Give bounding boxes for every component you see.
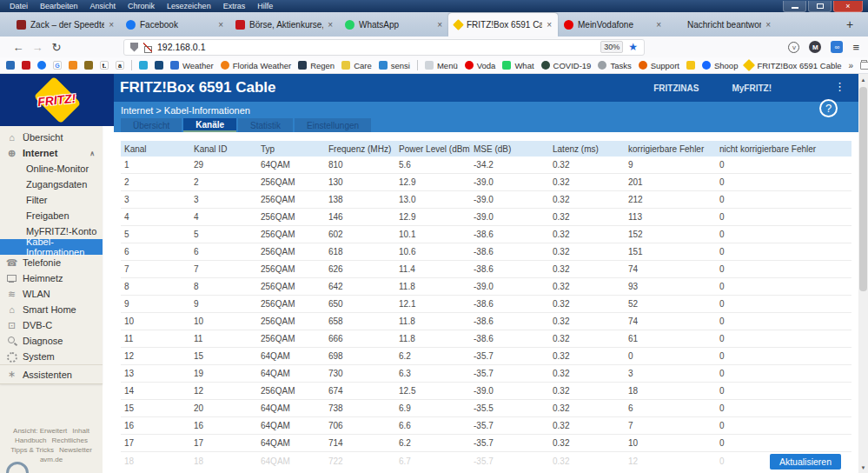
bookmark-item[interactable]: sensi	[379, 61, 410, 70]
sidebar-item-kabel-informationen[interactable]: Kabel-Informationen	[0, 239, 103, 255]
tab-close-icon[interactable]: ×	[656, 20, 661, 30]
header-link[interactable]: MyFRITZ!	[732, 83, 772, 93]
hamburger-menu-icon[interactable]: ≡	[852, 41, 859, 54]
browser-tab[interactable]: Zack – der Speedtest für Ihre ×	[10, 13, 120, 37]
forward-icon[interactable]: →	[28, 41, 47, 54]
bookmark-item[interactable]: FRITZ!Box 6591 Cable	[745, 61, 841, 70]
bookmark-item[interactable]	[22, 61, 30, 70]
bookmark-item[interactable]: COVID-19	[541, 61, 592, 70]
sidebar-item-diagnose[interactable]: Diagnose	[0, 333, 103, 349]
bookmark-item[interactable]: Care	[341, 61, 372, 70]
sidebar-item-wlan[interactable]: ≋ WLAN	[0, 286, 103, 302]
sidebar-item-system[interactable]: System	[0, 349, 103, 364]
bookmark-item[interactable]: Tasks	[598, 61, 631, 70]
url-text[interactable]: 192.168.0.1	[157, 42, 205, 52]
content-tab[interactable]: Übersicht	[121, 118, 182, 132]
sidebar-footer-link[interactable]: Inhalt	[72, 426, 89, 436]
reload-icon[interactable]: ↻	[47, 41, 66, 54]
bookmark-item[interactable]: Voda	[465, 61, 496, 70]
bookmark-item[interactable]: Regen	[298, 61, 335, 70]
sidebar-item-filter[interactable]: Filter	[0, 192, 103, 208]
sidebar-item-assistenten[interactable]: ∗ Assistenten	[0, 364, 103, 383]
menu-bar-item[interactable]: Extras	[217, 0, 252, 12]
browser-tab[interactable]: Nachricht beantworten - Vodafon ×	[667, 13, 777, 37]
sidebar-footer-link[interactable]: Tipps & Tricks	[10, 445, 54, 455]
scroll-down-icon[interactable]: ▼	[858, 462, 868, 473]
sidebar-item-freigaben[interactable]: Freigaben	[0, 208, 103, 223]
help-icon[interactable]: ?	[819, 99, 838, 117]
tracking-shield-icon[interactable]	[130, 43, 138, 52]
content-tab[interactable]: Kanäle	[183, 118, 236, 132]
menu-bar-item[interactable]: Bearbeiten	[34, 0, 84, 12]
browser-tab[interactable]: WhatsApp ×	[339, 13, 448, 37]
bookmark-item[interactable]	[6, 61, 15, 70]
menu-bar-item[interactable]: Lesezeichen	[161, 0, 217, 12]
sidebar-footer-link[interactable]: Handbuch	[15, 436, 46, 445]
sidebar-item-uebersicht[interactable]: ⌂ Übersicht	[0, 130, 103, 145]
sidebar-item-zugangsdaten[interactable]: Zugangsdaten	[0, 177, 103, 192]
browser-tab[interactable]: FRITZ!Box 6591 Cable ×	[448, 13, 558, 37]
bookmark-item[interactable]	[84, 61, 93, 70]
bookmark-item[interactable]: G	[53, 61, 62, 70]
sidebar-footer-link[interactable]: avm.de	[40, 455, 63, 464]
header-link[interactable]: FRITZINAS	[653, 83, 699, 93]
sidebar-item-internet[interactable]: ⊕ Internet ∧	[0, 145, 103, 161]
minimize-button[interactable]	[783, 1, 806, 12]
browser-tab[interactable]: Facebook ×	[120, 13, 229, 37]
new-tab-button[interactable]: +	[838, 13, 861, 36]
content-tab[interactable]: Einstellungen	[295, 118, 371, 132]
bookmark-item[interactable]	[417, 60, 418, 70]
tab-close-icon[interactable]: ×	[218, 20, 223, 30]
sidebar-footer-link[interactable]: Ansicht: Erweitert	[13, 426, 67, 436]
close-button[interactable]: ×	[833, 1, 863, 12]
browser-tab[interactable]: Börse, Aktienkurse, Fonds und ×	[229, 13, 339, 37]
url-bar[interactable]: 192.168.0.1 30% ★	[123, 39, 645, 56]
bookmark-item[interactable]: What	[502, 61, 533, 70]
tab-close-icon[interactable]: ×	[547, 20, 552, 30]
kebab-menu-icon[interactable]: ⋮	[834, 80, 845, 93]
sidebar-footer-link[interactable]: Rechtliches	[52, 436, 88, 445]
breadcrumb-text[interactable]: Internet > Kabel-Informationen	[121, 105, 250, 116]
more-bookmarks-button[interactable]: Weitere Lesezeichen	[860, 61, 868, 70]
fritz-logo[interactable]: FRITZ!	[0, 74, 114, 126]
bookmark-item[interactable]	[155, 61, 163, 70]
sidebar-item-smart-home[interactable]: ⌂ Smart Home	[0, 302, 103, 317]
bookmark-item[interactable]: Florida Weather	[221, 61, 291, 70]
back-icon[interactable]: ←	[9, 41, 28, 54]
pocket-icon[interactable]: v	[788, 42, 799, 53]
tab-close-icon[interactable]: ×	[328, 20, 333, 30]
bookmark-item[interactable]	[131, 60, 132, 70]
bookmark-item[interactable]: Support	[639, 61, 679, 70]
bookmarks-overflow-icon[interactable]: »	[849, 61, 854, 70]
sidebar-item-dvb-c[interactable]: ⊡ DVB-C	[0, 317, 103, 333]
bookmark-item[interactable]: Menü	[425, 61, 458, 70]
browser-tab[interactable]: MeinVodafone ×	[558, 13, 667, 37]
scrollbar-thumb[interactable]	[859, 87, 867, 291]
extension-icon[interactable]: ∞	[831, 41, 843, 53]
tab-close-icon[interactable]: ×	[765, 20, 771, 30]
tab-close-icon[interactable]: ×	[109, 20, 114, 30]
tab-close-icon[interactable]: ×	[437, 20, 442, 30]
menu-bar-item[interactable]: Chronik	[122, 0, 161, 12]
account-avatar[interactable]: M	[809, 41, 821, 53]
bookmark-item[interactable]	[37, 61, 46, 70]
content-tab[interactable]: Statistik	[238, 118, 293, 132]
bookmark-item[interactable]: Weather	[170, 61, 214, 70]
sidebar-footer-link[interactable]: Newsletter	[59, 445, 92, 455]
menu-bar-item[interactable]: Hilfe	[251, 0, 279, 12]
bookmark-item[interactable]	[686, 61, 695, 70]
sidebar-item-online-monitor[interactable]: Online-Monitor	[0, 161, 103, 177]
menu-bar-item[interactable]: Ansicht	[84, 0, 123, 12]
bookmark-item[interactable]	[69, 61, 77, 70]
bookmark-star-icon[interactable]: ★	[628, 42, 638, 52]
bookmark-item[interactable]: t.	[100, 61, 109, 70]
refresh-button[interactable]: Aktualisieren	[770, 454, 841, 470]
maximize-button[interactable]	[808, 1, 832, 12]
bookmark-item[interactable]: a	[116, 61, 124, 70]
bookmark-item[interactable]: Shoop	[702, 61, 738, 70]
zoom-level-badge[interactable]: 30%	[600, 41, 623, 53]
insecure-lock-icon[interactable]	[143, 43, 152, 52]
browser-scrollbar[interactable]: ▲ ▼	[858, 74, 868, 473]
scroll-up-icon[interactable]: ▲	[858, 74, 868, 85]
bookmark-item[interactable]	[139, 61, 148, 70]
